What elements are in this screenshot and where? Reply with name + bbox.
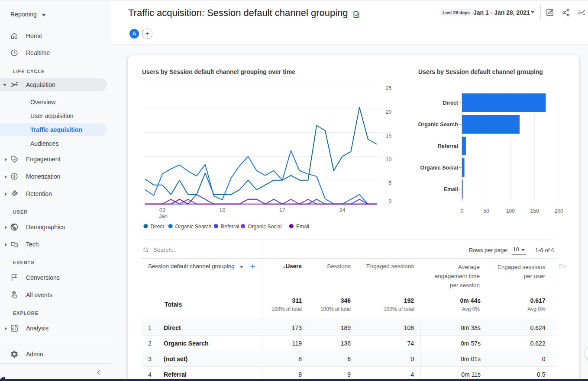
svg-text:Organic Social: Organic Social [248, 224, 281, 230]
svg-text:5: 5 [389, 180, 392, 186]
svg-text:Jan: Jan [159, 213, 168, 219]
svg-text:$: $ [13, 174, 15, 179]
svg-text:20: 20 [386, 109, 392, 115]
svg-text:Direct: Direct [151, 224, 165, 230]
svg-text:Organic Social: Organic Social [420, 165, 458, 171]
svg-text:50: 50 [483, 208, 489, 214]
svg-text:15: 15 [386, 133, 392, 139]
svg-text:17: 17 [279, 207, 285, 213]
svg-text:Email: Email [444, 186, 458, 192]
svg-text:03: 03 [159, 207, 165, 213]
svg-text:Organic Search: Organic Search [418, 122, 458, 128]
svg-text:200: 200 [555, 208, 563, 214]
svg-text:Direct: Direct [443, 100, 459, 106]
svg-text:25: 25 [386, 85, 392, 91]
svg-text:100: 100 [506, 208, 515, 214]
svg-text:150: 150 [530, 208, 539, 214]
svg-text:Organic Search: Organic Search [175, 224, 211, 230]
svg-text:10: 10 [220, 207, 226, 213]
svg-text:0: 0 [389, 198, 392, 204]
svg-text:Referral: Referral [221, 224, 239, 230]
svg-text:24: 24 [339, 207, 346, 213]
svg-text:Email: Email [296, 224, 309, 230]
svg-text:Referral: Referral [438, 143, 458, 149]
svg-text:10: 10 [386, 157, 392, 163]
svg-text:0: 0 [461, 208, 464, 214]
